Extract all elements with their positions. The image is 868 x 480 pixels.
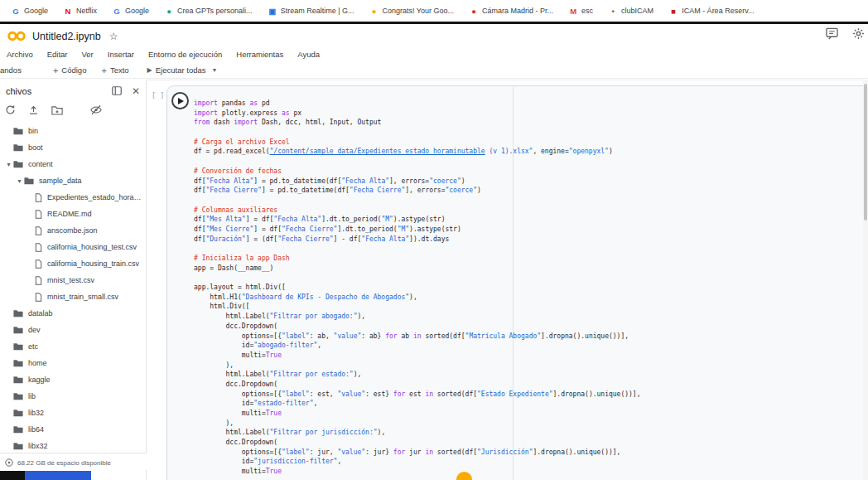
- bookmark-clubicam[interactable]: •clubICAM: [602, 5, 659, 17]
- folder-icon: [13, 359, 23, 367]
- tree-item-label: lib: [28, 392, 36, 400]
- code-line[interactable]: html.H1("Dashboard de KPIs - Despacho de…: [194, 293, 863, 303]
- code-line[interactable]: import plotly.express as px: [194, 109, 863, 119]
- tree-item-lib64[interactable]: lib64: [0, 421, 146, 438]
- menu-ayuda[interactable]: Ayuda: [297, 50, 320, 59]
- code-line[interactable]: [194, 273, 863, 283]
- code-line[interactable]: import pandas as pd: [194, 99, 863, 109]
- code-line[interactable]: app = Dash(__name__): [194, 264, 863, 274]
- run-cell-button[interactable]: [171, 92, 189, 109]
- code-line[interactable]: options=[{"label": ab, "value": ab} for …: [194, 332, 863, 342]
- chevron-down-icon[interactable]: ▾: [15, 177, 24, 185]
- menu-editar[interactable]: Editar: [47, 50, 68, 59]
- tree-item-etc[interactable]: etc: [0, 338, 146, 355]
- folder-icon: [13, 409, 23, 417]
- tree-item-expedientes-estado-horami[interactable]: Expedientes_estado_horami...: [0, 189, 146, 206]
- code-line[interactable]: df = pd.read_excel("/content/sample_data…: [194, 147, 863, 157]
- code-line[interactable]: df["Mes Cierre"] = df["Fecha Cierre"].dt…: [194, 225, 863, 235]
- code-line[interactable]: df["Duración"] = (df["Fecha Cierre"] - d…: [194, 235, 863, 245]
- bookmark-google[interactable]: GGoogle: [106, 5, 155, 17]
- code-line[interactable]: id="estado-filter",: [194, 399, 863, 409]
- tree-item-mnist-test-csv[interactable]: mnist_test.csv: [0, 272, 146, 288]
- tree-item-california-housing-train-csv[interactable]: california_housing_train.csv: [0, 255, 146, 272]
- bookmark-esc[interactable]: Mesc: [562, 5, 599, 17]
- bookmark-icam-rea-reserv[interactable]: ■ICAM - Área Reserv...: [663, 5, 760, 17]
- code-line[interactable]: # Conversión de fechas: [194, 167, 863, 177]
- dock-panel-icon[interactable]: [112, 86, 122, 95]
- code-line[interactable]: id="jurisdiccion-filter",: [194, 457, 863, 467]
- tree-item-california-housing-test-csv[interactable]: california_housing_test.csv: [0, 239, 146, 255]
- tree-item-content[interactable]: ▾content: [0, 156, 146, 172]
- tree-item-libx32[interactable]: libx32: [0, 438, 146, 454]
- scrollbar-thumb[interactable]: [864, 84, 867, 221]
- code-line[interactable]: # Columnas auxiliares: [194, 206, 863, 216]
- tree-item-readme-md[interactable]: README.md: [0, 206, 146, 222]
- code-line[interactable]: html.Div([: [194, 302, 863, 312]
- code-line[interactable]: html.Label("Filtrar por jurisdicción:"),: [194, 428, 863, 438]
- code-line[interactable]: html.Label("Filtrar por abogado:"),: [194, 312, 863, 322]
- tree-item-datalab[interactable]: datalab: [0, 305, 146, 322]
- bookmark-stream-realtime-g[interactable]: ▣Stream Realtime | G...: [262, 5, 360, 17]
- code-line[interactable]: options=[{"label": jur, "value": jur} fo…: [194, 448, 863, 458]
- tree-item-dev[interactable]: dev: [0, 322, 146, 338]
- tree-item-kaggle[interactable]: kaggle: [0, 371, 146, 388]
- code-line[interactable]: # Carga el archivo Excel: [194, 138, 863, 148]
- tree-item-label: kaggle: [28, 376, 51, 384]
- tree-item-mnist-train-small-csv[interactable]: mnist_train_small.csv: [0, 288, 146, 305]
- code-line[interactable]: [194, 157, 863, 167]
- code-line[interactable]: ),: [194, 361, 863, 371]
- hidden-files-eye-icon[interactable]: [90, 104, 102, 115]
- tree-item-lib32[interactable]: lib32: [0, 405, 146, 421]
- menu-herramientas[interactable]: Herramientas: [236, 50, 283, 59]
- tree-item-lib[interactable]: lib: [0, 388, 146, 405]
- run-all-button[interactable]: ▶ Ejecutar todas ▼: [147, 65, 218, 75]
- code-line[interactable]: options=[{"label": est, "value": est} fo…: [194, 390, 863, 400]
- code-line[interactable]: dcc.Dropdown(: [194, 438, 863, 448]
- code-line[interactable]: # Inicializa la app Dash: [194, 254, 863, 264]
- commands-label-truncated[interactable]: andos: [0, 65, 22, 75]
- code-line[interactable]: [194, 244, 863, 254]
- settings-gear-icon[interactable]: [852, 27, 865, 40]
- add-text-button[interactable]: + Texto: [101, 65, 128, 75]
- tree-item-sample-data[interactable]: ▾sample_data: [0, 172, 146, 189]
- code-line[interactable]: df["Fecha Alta"] = pd.to_datetime(df["Fe…: [194, 177, 863, 187]
- code-line[interactable]: df["Fecha Cierre"] = pd.to_datetime(df["…: [194, 186, 863, 196]
- chevron-down-icon[interactable]: ▾: [4, 161, 13, 168]
- code-line[interactable]: multi=True: [194, 351, 863, 361]
- upload-icon[interactable]: [28, 104, 39, 115]
- tree-item-boot[interactable]: boot: [0, 139, 146, 156]
- comment-icon[interactable]: [826, 27, 838, 40]
- tree-item-bin[interactable]: bin: [0, 123, 146, 139]
- bookmark-congrats-your-goo[interactable]: ●Congrats! Your Goo...: [364, 5, 461, 17]
- code-line[interactable]: html.Label("Filtrar por estado:"),: [194, 370, 863, 380]
- add-code-button[interactable]: + Código: [53, 65, 87, 75]
- file-icon: [35, 276, 42, 285]
- bookmark-crea-gpts-personali[interactable]: ●Crea GPTs personali...: [158, 5, 258, 17]
- code-line[interactable]: from dash import Dash, dcc, html, Input,…: [194, 118, 863, 128]
- code-editor[interactable]: import pandas as pdimport plotly.express…: [194, 99, 863, 480]
- code-line[interactable]: multi=True: [194, 409, 863, 419]
- mount-drive-icon[interactable]: [51, 105, 63, 115]
- menu-ver[interactable]: Ver: [82, 50, 94, 59]
- menu-insertar[interactable]: Insertar: [108, 50, 134, 59]
- bookmark-c-mara-madrid-pr[interactable]: ●Cámara Madrid - Pr...: [463, 5, 559, 17]
- bookmark-google[interactable]: GGoogle: [5, 5, 54, 17]
- code-line[interactable]: df["Mes Alta"] = df["Fecha Alta"].dt.to_…: [194, 215, 863, 225]
- code-line[interactable]: ),: [194, 419, 863, 429]
- tree-item-anscombe-json[interactable]: anscombe.json: [0, 222, 146, 239]
- code-line[interactable]: id="abogado-filter",: [194, 341, 863, 351]
- star-icon[interactable]: ☆: [109, 31, 118, 42]
- notebook-title[interactable]: Untitled2.ipynb: [32, 31, 101, 42]
- bookmark-netflix[interactable]: NNetflix: [57, 5, 103, 17]
- code-line[interactable]: app.layout = html.Div([: [194, 283, 863, 293]
- code-line[interactable]: multi=True: [194, 467, 863, 477]
- menu-entorno-de-ejecuci-n[interactable]: Entorno de ejecución: [148, 50, 222, 59]
- refresh-icon[interactable]: [5, 104, 16, 115]
- code-line[interactable]: [194, 128, 863, 138]
- code-cell[interactable]: import pandas as pdimport plotly.express…: [166, 85, 868, 480]
- code-line[interactable]: dcc.Dropdown(: [194, 380, 863, 390]
- tree-item-home[interactable]: home: [0, 355, 146, 371]
- code-line[interactable]: dcc.Dropdown(: [194, 322, 863, 332]
- code-line[interactable]: [194, 196, 863, 206]
- menu-archivo[interactable]: Archivo: [7, 50, 33, 59]
